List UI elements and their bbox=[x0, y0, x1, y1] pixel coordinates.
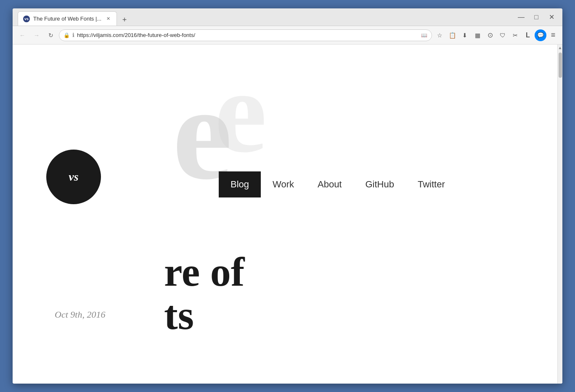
scrollbar[interactable]: ▲ bbox=[557, 45, 562, 384]
scissors-icon[interactable]: ✂ bbox=[509, 29, 521, 41]
address-bar[interactable]: 🔒 ℹ https://viljamis.com/2016/the-future… bbox=[59, 29, 432, 41]
nav-work[interactable]: Work bbox=[261, 171, 306, 197]
nav-twitter[interactable]: Twitter bbox=[406, 171, 457, 197]
site-logo[interactable]: vs bbox=[46, 150, 101, 204]
tab-title: The Future of Web Fonts |... bbox=[33, 16, 101, 22]
scrollbar-thumb[interactable] bbox=[559, 53, 562, 78]
active-tab[interactable]: vs The Future of Web Fonts |... ✕ bbox=[18, 11, 117, 26]
tab-bar: vs The Future of Web Fonts |... ✕ + bbox=[18, 8, 515, 26]
reading-list-icon[interactable]: 📋 bbox=[446, 29, 458, 41]
reload-button[interactable]: ↻ bbox=[45, 29, 57, 42]
back-button[interactable]: ← bbox=[16, 29, 29, 42]
title-line-1: re of bbox=[164, 250, 244, 294]
shield-icon[interactable]: 🛡 bbox=[497, 29, 509, 41]
lock-icon: 🔒 bbox=[64, 32, 70, 38]
url-text: https://viljamis.com/2016/the-future-of-… bbox=[77, 32, 419, 38]
qr-icon[interactable]: ▦ bbox=[472, 29, 483, 41]
browser-window: vs The Future of Web Fonts |... ✕ + — □ … bbox=[13, 8, 562, 384]
article-title: re of ts bbox=[164, 250, 244, 337]
reader-icon[interactable]: 📖 bbox=[421, 32, 427, 38]
tab-favicon: vs bbox=[23, 16, 30, 22]
titlebar: vs The Future of Web Fonts |... ✕ + — □ … bbox=[13, 8, 562, 26]
download-icon[interactable]: ⬇ bbox=[459, 29, 471, 41]
bookmark-icon[interactable]: ☆ bbox=[434, 29, 445, 41]
toolbar-icons: ☆ 📋 ⬇ ▦ ⊙ 🛡 ✂ L 💬 ≡ bbox=[434, 29, 559, 41]
maximize-button[interactable]: □ bbox=[530, 11, 542, 23]
forward-button[interactable]: → bbox=[30, 29, 43, 42]
page-main: e e vs Blog Work About GitHub Twitter re… bbox=[13, 45, 557, 384]
menu-icon[interactable]: ≡ bbox=[547, 29, 559, 41]
nav-about[interactable]: About bbox=[306, 171, 354, 197]
tab-close-button[interactable]: ✕ bbox=[105, 16, 111, 22]
new-tab-button[interactable]: + bbox=[119, 14, 130, 26]
navigation-bar: ← → ↻ 🔒 ℹ https://viljamis.com/2016/the-… bbox=[13, 26, 562, 45]
article-date: Oct 9th, 2016 bbox=[55, 309, 105, 320]
bg-decoration: e e bbox=[13, 45, 557, 384]
title-line-2: ts bbox=[164, 294, 244, 337]
site-navigation: Blog Work About GitHub Twitter bbox=[219, 171, 457, 197]
minimize-button[interactable]: — bbox=[515, 11, 527, 23]
account-icon[interactable]: L bbox=[522, 29, 534, 41]
bg-letter-light: e bbox=[215, 53, 267, 171]
github-icon[interactable]: ⊙ bbox=[484, 29, 496, 41]
close-button[interactable]: ✕ bbox=[546, 11, 557, 23]
nav-blog[interactable]: Blog bbox=[219, 171, 261, 197]
page-content: e e vs Blog Work About GitHub Twitter re… bbox=[13, 45, 562, 384]
article-title-area: re of ts bbox=[164, 250, 244, 337]
nav-github[interactable]: GitHub bbox=[353, 171, 405, 197]
info-icon: ℹ bbox=[72, 32, 74, 38]
scroll-up-arrow[interactable]: ▲ bbox=[557, 45, 562, 51]
messenger-icon[interactable]: 💬 bbox=[535, 29, 546, 41]
window-controls: — □ ✕ bbox=[515, 11, 557, 23]
logo-text: vs bbox=[69, 170, 78, 184]
